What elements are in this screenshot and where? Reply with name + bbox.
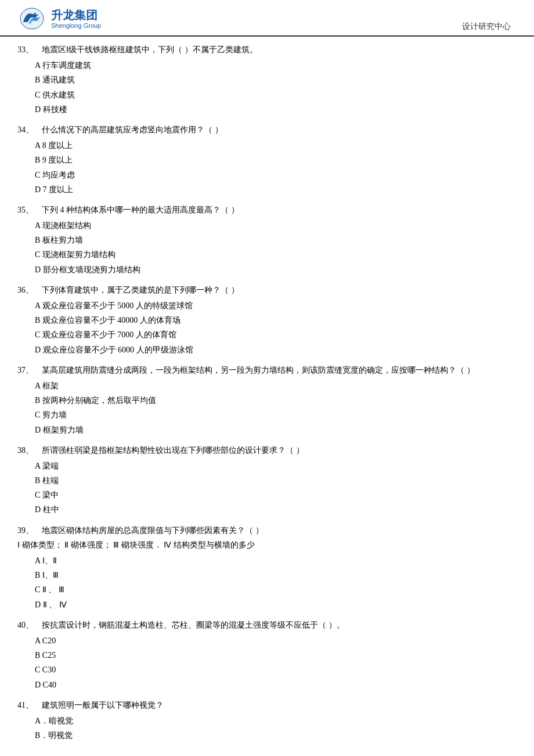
question-title: 40、 按抗震设计时，钢筋混凝土构造柱、芯柱、圈梁等的混凝土强度等级不应低于（ … bbox=[17, 618, 511, 632]
option-item: D 部分框支墙现浇剪力墙结构 bbox=[35, 262, 511, 277]
option-item: A 8 度以上 bbox=[35, 138, 511, 153]
option-item: C Ⅱ 、 Ⅲ bbox=[35, 582, 511, 597]
logo-text: 升龙集团 Shenglong Group bbox=[51, 8, 101, 30]
option-item: A Ⅰ、Ⅱ bbox=[35, 553, 511, 568]
option-item: C 均应考虑 bbox=[35, 168, 511, 182]
option-item: B 9 度以上 bbox=[35, 153, 511, 167]
option-item: A 行车调度建筑 bbox=[35, 58, 511, 73]
question-block: 34、 什么情况下的高层建筑应考虑竖向地震作用？（ ）A 8 度以上B 9 度以… bbox=[17, 123, 511, 197]
option-item: C 现浇框架剪力墙结构 bbox=[35, 247, 511, 262]
content-area: 33、 地震区Ⅰ级干线铁路枢纽建筑中，下列（ ）不属于乙类建筑。A 行车调度建筑… bbox=[0, 37, 534, 756]
option-item: D 7 度以上 bbox=[35, 182, 511, 197]
options-list: A 现浇框架结构B 板柱剪力墙C 现浇框架剪力墙结构D 部分框支墙现浇剪力墙结构 bbox=[35, 218, 511, 277]
options-list: A 梁端B 柱端C 梁中D 柱中 bbox=[35, 459, 511, 517]
option-item: B 观众座位容量不少于 40000 人的体育场 bbox=[35, 313, 511, 327]
question-title: 41、 建筑照明一般属于以下哪种视觉？ bbox=[17, 698, 511, 712]
options-list: A 框架B 按两种分别确定，然后取平均值C 剪力墙D 框架剪力墙 bbox=[35, 379, 511, 437]
question-title: 39、 地震区砌体结构房屋的总高度限值与下列哪些因素有关？（ ） bbox=[17, 523, 511, 538]
option-item: D Ⅱ 、 Ⅳ bbox=[35, 597, 511, 612]
header-dept: 设计研究中心 bbox=[462, 21, 511, 32]
logo-cn: 升龙集团 bbox=[51, 8, 101, 22]
options-list: A Ⅰ、ⅡB Ⅰ、ⅢC Ⅱ 、 ⅢD Ⅱ 、 Ⅳ bbox=[35, 553, 511, 612]
option-item: A．暗视觉 bbox=[35, 714, 511, 728]
option-item: C 观众座位容量不少于 7000 人的体育馆 bbox=[35, 327, 511, 342]
options-list: A 8 度以上B 9 度以上C 均应考虑D 7 度以上 bbox=[35, 138, 511, 197]
option-item: C C30 bbox=[35, 663, 511, 677]
question-block: 35、 下列 4 种结构体系中哪一种的最大适用高度最高？（ ）A 现浇框架结构B… bbox=[17, 203, 511, 277]
options-list: A 行车调度建筑B 通讯建筑C 供水建筑D 科技楼 bbox=[35, 58, 511, 117]
option-item: C 剪力墙 bbox=[35, 408, 511, 422]
question-block: 40、 按抗震设计时，钢筋混凝土构造柱、芯柱、圈梁等的混凝土强度等级不应低于（ … bbox=[17, 618, 511, 692]
option-item: D 科技楼 bbox=[35, 102, 511, 117]
option-item: B 柱端 bbox=[35, 473, 511, 488]
question-title: 34、 什么情况下的高层建筑应考虑竖向地震作用？（ ） bbox=[17, 123, 511, 137]
logo-area: 升龙集团 Shenglong Group bbox=[17, 6, 101, 32]
option-item: D C40 bbox=[35, 678, 511, 692]
option-item: B 板柱剪力墙 bbox=[35, 233, 511, 247]
question-block: 39、 地震区砌体结构房屋的总高度限值与下列哪些因素有关？（ ）Ⅰ 砌体类型； … bbox=[17, 523, 511, 612]
company-logo-icon bbox=[17, 6, 46, 32]
option-item: B C25 bbox=[35, 648, 511, 663]
option-item: C 梁中 bbox=[35, 488, 511, 502]
option-item: B Ⅰ、Ⅲ bbox=[35, 568, 511, 582]
question-title: 37、 某高层建筑用防震缝分成两段，一段为框架结构，另一段为剪力墙结构，则该防震… bbox=[17, 363, 511, 377]
option-item: B 通讯建筑 bbox=[35, 73, 511, 87]
option-item: B 按两种分别确定，然后取平均值 bbox=[35, 393, 511, 408]
options-list: A C20B C25C C30D C40 bbox=[35, 633, 511, 692]
options-list: A．暗视觉B．明视觉 bbox=[35, 714, 511, 743]
logo-en: Shenglong Group bbox=[51, 22, 101, 30]
question-block: 38、 所谓强柱弱梁是指框架结构塑性铰出现在下列哪些部位的设计要求？（ ）A 梁… bbox=[17, 443, 511, 517]
option-item: D 框架剪力墙 bbox=[35, 423, 511, 437]
question-title: 33、 地震区Ⅰ级干线铁路枢纽建筑中，下列（ ）不属于乙类建筑。 bbox=[17, 42, 511, 57]
option-item: A 观众座位容量不少于 5000 人的特级篮球馆 bbox=[35, 298, 511, 313]
page-header: 升龙集团 Shenglong Group 设计研究中心 bbox=[0, 0, 534, 37]
option-item: A 框架 bbox=[35, 379, 511, 393]
question-subtext: Ⅰ 砌体类型； Ⅱ 砌体强度； Ⅲ 砌块强度． Ⅳ 结构类型与横墙的多少 bbox=[17, 538, 511, 552]
question-block: 36、 下列体育建筑中，属于乙类建筑的是下列哪一种？（ ）A 观众座位容量不少于… bbox=[17, 283, 511, 357]
question-title: 38、 所谓强柱弱梁是指框架结构塑性铰出现在下列哪些部位的设计要求？（ ） bbox=[17, 443, 511, 458]
question-block: 33、 地震区Ⅰ级干线铁路枢纽建筑中，下列（ ）不属于乙类建筑。A 行车调度建筑… bbox=[17, 42, 511, 117]
question-title: 35、 下列 4 种结构体系中哪一种的最大适用高度最高？（ ） bbox=[17, 203, 511, 217]
question-title: 36、 下列体育建筑中，属于乙类建筑的是下列哪一种？（ ） bbox=[17, 283, 511, 297]
option-item: D 柱中 bbox=[35, 502, 511, 517]
question-block: 41、 建筑照明一般属于以下哪种视觉？A．暗视觉B．明视觉 bbox=[17, 698, 511, 743]
option-item: B．明视觉 bbox=[35, 728, 511, 743]
option-item: D 观众座位容量不少于 6000 人的甲级游泳馆 bbox=[35, 343, 511, 357]
option-item: A 梁端 bbox=[35, 459, 511, 473]
option-item: C 供水建筑 bbox=[35, 88, 511, 102]
options-list: A 观众座位容量不少于 5000 人的特级篮球馆B 观众座位容量不少于 4000… bbox=[35, 298, 511, 357]
option-item: A 现浇框架结构 bbox=[35, 218, 511, 233]
option-item: A C20 bbox=[35, 633, 511, 648]
question-block: 37、 某高层建筑用防震缝分成两段，一段为框架结构，另一段为剪力墙结构，则该防震… bbox=[17, 363, 511, 437]
svg-point-1 bbox=[34, 13, 36, 15]
